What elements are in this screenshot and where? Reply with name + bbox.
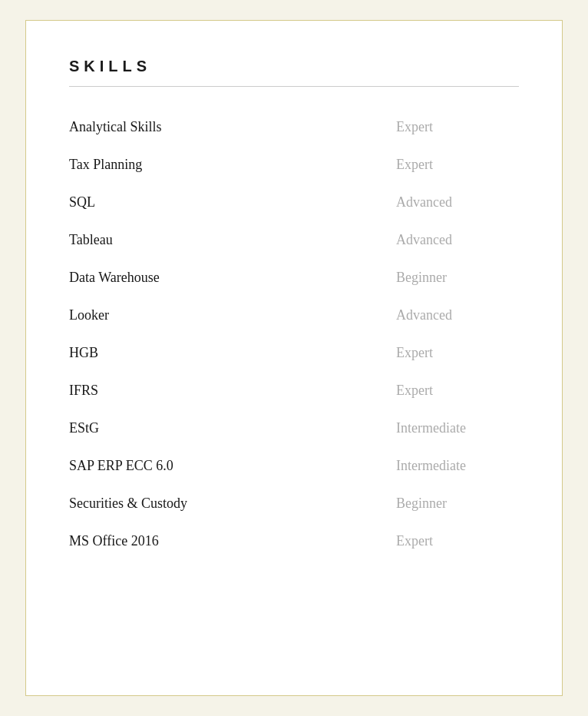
skill-name: Tableau xyxy=(69,232,113,248)
skill-level: Advanced xyxy=(396,232,519,248)
skill-level: Advanced xyxy=(396,307,519,323)
skill-name: Looker xyxy=(69,307,109,323)
skill-name: Analytical Skills xyxy=(69,119,162,135)
skill-level: Expert xyxy=(396,157,519,173)
table-row: Tax PlanningExpert xyxy=(69,146,519,184)
section-title: SKILLS xyxy=(69,58,519,75)
table-row: MS Office 2016Expert xyxy=(69,522,519,560)
skill-level: Beginner xyxy=(396,270,519,286)
skill-name: HGB xyxy=(69,345,98,361)
section-divider xyxy=(69,86,519,87)
skill-level: Expert xyxy=(396,383,519,399)
skill-level: Intermediate xyxy=(396,420,519,436)
table-row: Analytical SkillsExpert xyxy=(69,108,519,146)
skill-name: Securities & Custody xyxy=(69,496,187,512)
table-row: SQLAdvanced xyxy=(69,184,519,221)
skill-name: IFRS xyxy=(69,383,98,399)
table-row: IFRSExpert xyxy=(69,372,519,409)
skill-level: Advanced xyxy=(396,194,519,210)
skill-level: Intermediate xyxy=(396,458,519,474)
skill-name: Data Warehouse xyxy=(69,270,160,286)
skill-name: EStG xyxy=(69,420,99,436)
table-row: TableauAdvanced xyxy=(69,221,519,259)
table-row: SAP ERP ECC 6.0Intermediate xyxy=(69,447,519,485)
skills-list: Analytical SkillsExpertTax PlanningExper… xyxy=(69,108,519,560)
skill-level: Expert xyxy=(396,533,519,549)
skill-name: Tax Planning xyxy=(69,157,142,173)
skill-name: SQL xyxy=(69,194,95,210)
table-row: HGBExpert xyxy=(69,334,519,372)
skill-name: SAP ERP ECC 6.0 xyxy=(69,458,173,474)
table-row: EStGIntermediate xyxy=(69,409,519,447)
skill-level: Expert xyxy=(396,119,519,135)
table-row: Data WarehouseBeginner xyxy=(69,259,519,297)
table-row: LookerAdvanced xyxy=(69,297,519,334)
table-row: Securities & CustodyBeginner xyxy=(69,485,519,522)
skill-level: Beginner xyxy=(396,496,519,512)
skill-name: MS Office 2016 xyxy=(69,533,159,549)
skills-card: SKILLS Analytical SkillsExpertTax Planni… xyxy=(25,20,563,696)
skill-level: Expert xyxy=(396,345,519,361)
